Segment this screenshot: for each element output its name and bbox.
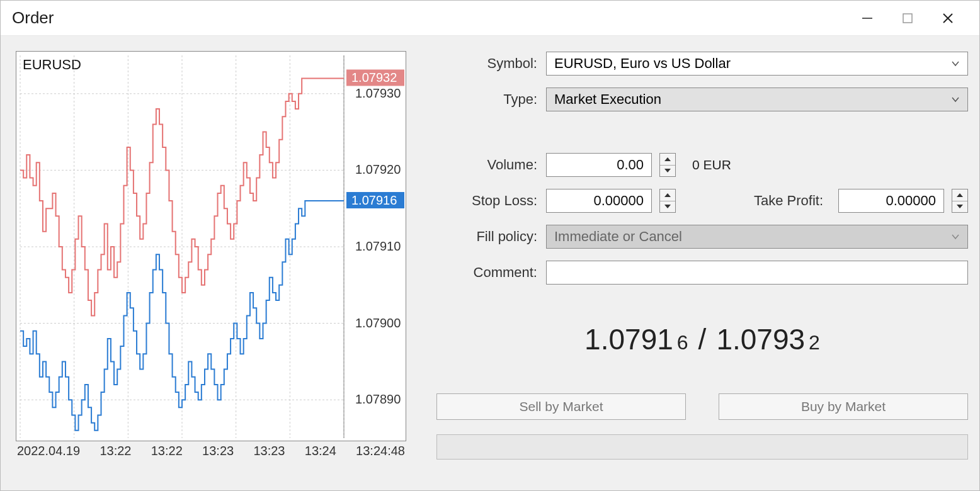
- svg-marker-28: [664, 193, 671, 197]
- bid-price-last: 6: [677, 331, 688, 354]
- stoploss-label: Stop Loss:: [436, 193, 546, 209]
- sell-button[interactable]: Sell by Market: [436, 393, 686, 420]
- svg-marker-26: [664, 157, 671, 161]
- svg-text:1.07916: 1.07916: [351, 193, 397, 207]
- x-tick: 13:23: [202, 444, 234, 461]
- stoploss-input[interactable]: 0.00000: [546, 189, 652, 213]
- chart-x-axis: 2022.04.19 13:22 13:22 13:23 13:23 13:24…: [16, 441, 406, 461]
- form-panel: Symbol: EURUSD, Euro vs US Dollar Type: …: [436, 51, 968, 475]
- svg-marker-30: [957, 193, 963, 197]
- fillpolicy-value: Immediate or Cancel: [554, 229, 682, 245]
- window-title: Order: [12, 8, 847, 28]
- symbol-select[interactable]: EURUSD, Euro vs US Dollar: [546, 52, 968, 76]
- x-tick: 13:24:48: [356, 444, 405, 461]
- comment-label: Comment:: [436, 264, 546, 281]
- window-controls: [847, 3, 968, 33]
- chevron-down-icon: [951, 59, 960, 68]
- chevron-down-icon: [951, 95, 960, 104]
- volume-input[interactable]: 0.00: [546, 153, 652, 177]
- symbol-value: EURUSD, Euro vs US Dollar: [554, 55, 731, 72]
- svg-text:1.07932: 1.07932: [351, 71, 397, 84]
- x-tick: 13:22: [100, 444, 131, 461]
- ask-price-last: 2: [809, 331, 820, 354]
- type-select[interactable]: Market Execution: [546, 87, 968, 111]
- svg-text:1.07930: 1.07930: [355, 86, 401, 100]
- ask-price-main: 1.0793: [716, 322, 805, 356]
- takeprofit-label: Take Profit:: [734, 193, 831, 209]
- order-window: Order EURUSD 1.078901.079001.079101.0792…: [0, 0, 980, 491]
- svg-rect-1: [903, 14, 912, 23]
- close-button[interactable]: [928, 3, 968, 33]
- svg-marker-29: [664, 205, 671, 208]
- takeprofit-input[interactable]: 0.00000: [838, 189, 944, 213]
- buy-button[interactable]: Buy by Market: [719, 393, 968, 420]
- x-tick: 2022.04.19: [17, 444, 80, 461]
- x-tick: 13:24: [305, 444, 336, 461]
- spinner-down-icon[interactable]: [660, 201, 675, 213]
- spinner-down-icon[interactable]: [660, 166, 675, 177]
- comment-input[interactable]: [546, 261, 968, 285]
- fillpolicy-label: Fill policy:: [436, 229, 546, 245]
- svg-marker-27: [664, 169, 671, 172]
- price-separator: /: [698, 322, 707, 356]
- svg-text:1.07890: 1.07890: [355, 392, 401, 406]
- svg-text:1.07910: 1.07910: [355, 239, 401, 253]
- volume-label: Volume:: [436, 157, 546, 173]
- price-chart: EURUSD 1.078901.079001.079101.079201.079…: [16, 51, 406, 441]
- type-label: Type:: [436, 91, 546, 108]
- price-display: 1.07916 / 1.07932: [436, 322, 968, 356]
- maximize-button[interactable]: [887, 3, 928, 33]
- stoploss-spinner[interactable]: [659, 189, 676, 213]
- chart-panel: EURUSD 1.078901.079001.079101.079201.079…: [16, 51, 406, 475]
- svg-marker-31: [957, 205, 963, 208]
- type-value: Market Execution: [554, 91, 661, 108]
- x-tick: 13:23: [253, 444, 285, 461]
- titlebar: Order: [1, 1, 979, 36]
- volume-unit: 0 EUR: [692, 157, 731, 172]
- spinner-down-icon[interactable]: [952, 201, 967, 213]
- takeprofit-spinner[interactable]: [952, 189, 968, 213]
- symbol-label: Symbol:: [436, 55, 546, 72]
- spinner-up-icon[interactable]: [660, 154, 675, 166]
- fillpolicy-select: Immediate or Cancel: [546, 225, 968, 249]
- spinner-up-icon[interactable]: [660, 189, 675, 201]
- status-bar: [436, 434, 968, 460]
- minimize-button[interactable]: [847, 3, 887, 33]
- content: EURUSD 1.078901.079001.079101.079201.079…: [1, 36, 979, 490]
- bid-price-main: 1.0791: [584, 322, 673, 356]
- x-tick: 13:22: [151, 444, 183, 461]
- volume-spinner[interactable]: [659, 153, 676, 177]
- spinner-up-icon[interactable]: [952, 189, 967, 201]
- svg-text:1.07920: 1.07920: [355, 162, 401, 176]
- svg-text:1.07900: 1.07900: [355, 316, 401, 330]
- chevron-down-icon: [951, 232, 960, 241]
